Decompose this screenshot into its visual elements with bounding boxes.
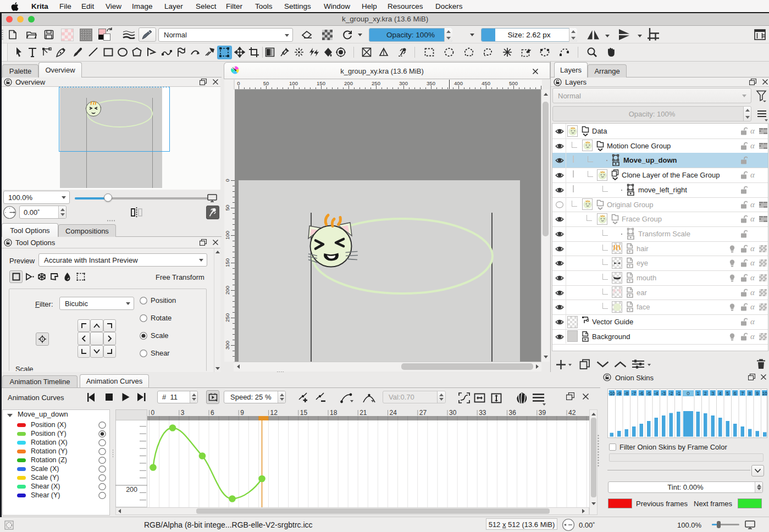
svg-text:150: 150: [224, 258, 230, 267]
svg-text:200: 200: [126, 486, 137, 494]
svg-text:33: 33: [479, 409, 486, 416]
svg-text:1: 1: [696, 391, 699, 396]
svg-text:450: 450: [482, 80, 490, 86]
svg-text:-1: -1: [676, 391, 681, 396]
svg-text:36: 36: [509, 409, 517, 416]
svg-text:4: 4: [719, 391, 722, 396]
svg-text:0: 0: [687, 390, 689, 396]
svg-text:-3: -3: [661, 391, 666, 396]
svg-text:0: 0: [237, 80, 240, 86]
svg-text:39: 39: [539, 409, 546, 416]
svg-text:0: 0: [224, 179, 230, 181]
svg-text:7: 7: [741, 391, 744, 396]
svg-text:250: 250: [224, 313, 230, 322]
svg-text:300: 300: [224, 341, 230, 350]
svg-text:24: 24: [390, 409, 397, 416]
svg-text:-2: -2: [669, 391, 673, 396]
svg-text:500: 500: [509, 80, 518, 86]
svg-text:18: 18: [330, 409, 338, 416]
svg-text:21: 21: [359, 409, 367, 416]
svg-text:-4: -4: [654, 391, 659, 396]
svg-text:9: 9: [756, 391, 759, 396]
svg-text:5: 5: [726, 391, 729, 396]
svg-text:42: 42: [568, 409, 576, 416]
svg-text:-8: -8: [624, 391, 629, 396]
svg-text:10: 10: [762, 391, 767, 396]
svg-text:30: 30: [449, 409, 457, 416]
svg-text:50: 50: [263, 80, 269, 86]
svg-text:6: 6: [211, 409, 214, 416]
svg-text:0: 0: [151, 409, 155, 416]
svg-text:350: 350: [427, 80, 435, 86]
svg-text:3: 3: [181, 409, 185, 416]
svg-text:100: 100: [289, 80, 298, 86]
svg-text:12: 12: [270, 409, 278, 416]
svg-text:6: 6: [734, 391, 737, 396]
svg-text:3: 3: [711, 391, 714, 396]
svg-text:400: 400: [454, 80, 463, 86]
svg-text:2: 2: [704, 391, 707, 396]
svg-text:100: 100: [224, 231, 230, 240]
svg-text:-10: -10: [608, 391, 616, 396]
svg-text:-7: -7: [632, 391, 636, 396]
svg-text:15: 15: [300, 409, 308, 416]
svg-text:250: 250: [372, 80, 380, 86]
svg-text:8: 8: [749, 391, 751, 396]
svg-text:200: 200: [224, 286, 230, 295]
svg-text:-9: -9: [617, 391, 621, 396]
svg-text:50: 50: [224, 205, 230, 211]
svg-text:-6: -6: [639, 391, 644, 396]
svg-text:200: 200: [344, 80, 353, 86]
svg-text:9: 9: [240, 409, 244, 416]
svg-text:300: 300: [399, 80, 408, 86]
svg-text:-5: -5: [646, 391, 651, 396]
svg-text:150: 150: [317, 80, 325, 86]
svg-text:27: 27: [419, 409, 427, 416]
